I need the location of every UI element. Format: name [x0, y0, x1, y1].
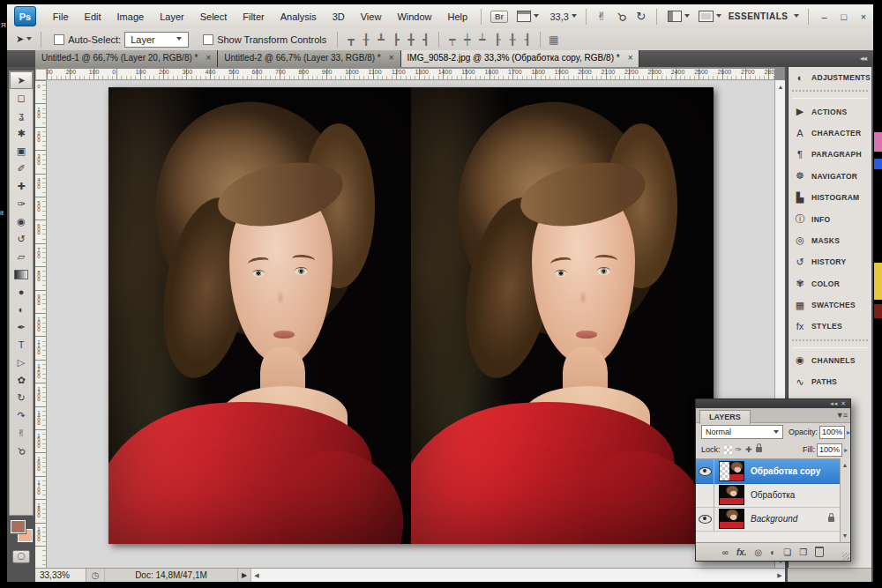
- foreground-color-swatch[interactable]: [11, 520, 26, 533]
- align-bottom-edges-icon[interactable]: ┻: [373, 33, 388, 47]
- visibility-toggle[interactable]: [696, 483, 714, 507]
- eyedropper-tool[interactable]: ✐: [10, 160, 33, 177]
- menu-select[interactable]: Select: [192, 5, 235, 28]
- quick-mask-button[interactable]: ◯: [12, 550, 30, 563]
- scroll-down-icon[interactable]: ▼: [841, 529, 849, 542]
- auto-align-layers-icon[interactable]: ▦: [546, 33, 561, 47]
- menu-file[interactable]: File: [45, 5, 77, 28]
- menu-image[interactable]: Image: [109, 5, 153, 28]
- fill-spinner-icon[interactable]: ▸: [844, 446, 848, 454]
- workspace-switcher[interactable]: ESSENTIALS: [729, 11, 789, 21]
- auto-select-dropdown[interactable]: Layer: [124, 32, 189, 48]
- screen-mode-icon[interactable]: [699, 11, 713, 22]
- dock-panel-actions[interactable]: ▶ACTIONS: [789, 100, 871, 122]
- zoom-tool[interactable]: ⚲: [10, 442, 33, 459]
- align-vertical-centers-icon[interactable]: ╂: [358, 33, 373, 47]
- opacity-value[interactable]: 100%: [819, 426, 845, 439]
- 3d-orbit-tool[interactable]: ↷: [10, 406, 33, 424]
- menu-analysis[interactable]: Analysis: [273, 5, 325, 28]
- dock-panel-character[interactable]: ACHARACTER: [789, 123, 871, 144]
- chevron-down-icon[interactable]: [26, 37, 32, 41]
- layer-thumbnail[interactable]: [719, 509, 744, 529]
- layers-tab[interactable]: LAYERS: [699, 410, 751, 424]
- canvas-image[interactable]: [108, 87, 714, 544]
- custom-shape-tool[interactable]: ✿: [10, 371, 33, 389]
- resize-grip[interactable]: [842, 553, 849, 560]
- dock-panel-channels[interactable]: ◉CHANNELS: [789, 350, 871, 371]
- lock-position-icon[interactable]: ✚: [745, 445, 752, 454]
- dock-panel-histogram[interactable]: ▙HISTOGRAM: [789, 187, 871, 208]
- status-options-arrow[interactable]: ▶: [238, 569, 251, 582]
- layers-panel-titlebar[interactable]: ◂◂ ✕: [696, 399, 850, 408]
- close-tab-icon[interactable]: ×: [206, 53, 211, 63]
- zoom-level-field[interactable]: 33,3: [549, 11, 568, 22]
- close-tab-icon[interactable]: ×: [389, 53, 394, 63]
- dock-panel-swatches[interactable]: ▦SWATCHES: [789, 294, 871, 316]
- view-extras-icon[interactable]: [517, 11, 531, 22]
- dock-panel-styles[interactable]: fxSTYLES: [789, 316, 871, 337]
- layer-row[interactable]: Обработка: [696, 483, 840, 508]
- launch-bridge-button[interactable]: Br: [490, 11, 508, 23]
- distribute-left-edges-icon[interactable]: ┠: [490, 33, 505, 47]
- zoom-percentage-field[interactable]: 33,33%: [35, 569, 86, 582]
- distribute-right-edges-icon[interactable]: ┨: [519, 33, 534, 47]
- fill-value[interactable]: 100%: [817, 443, 842, 457]
- dock-panel-paths[interactable]: ∿PATHS: [789, 371, 871, 392]
- distribute-vertical-centers-icon[interactable]: ┿: [460, 33, 475, 47]
- dock-panel-adjustments[interactable]: ◐ADJUSTMENTS: [789, 67, 871, 88]
- menu-filter[interactable]: Filter: [235, 5, 272, 28]
- document-tab[interactable]: Untitled-2 @ 66,7% (Layer 33, RGB/8) *×: [218, 50, 400, 67]
- arrange-documents-icon[interactable]: [668, 11, 682, 22]
- horizontal-scrollbar[interactable]: ◀ ▶: [251, 569, 785, 582]
- menu-view[interactable]: View: [353, 5, 390, 28]
- dock-panel-paragraph[interactable]: ¶PARAGRAPH: [789, 144, 871, 165]
- healing-brush-tool[interactable]: ✚: [10, 177, 33, 195]
- clone-stamp-tool[interactable]: ◉: [10, 212, 33, 230]
- gradient-tool[interactable]: [10, 265, 33, 283]
- quick-selection-tool[interactable]: ✱: [10, 124, 33, 142]
- show-transform-checkbox[interactable]: [203, 34, 213, 45]
- opacity-spinner-icon[interactable]: ▸: [847, 428, 850, 436]
- minimize-button[interactable]: –: [817, 11, 831, 22]
- lock-all-icon[interactable]: [756, 447, 762, 452]
- new-group-icon[interactable]: ❏: [783, 547, 791, 557]
- scroll-left-icon[interactable]: ◀: [251, 569, 262, 582]
- dodge-tool[interactable]: ◐: [10, 301, 33, 318]
- align-left-edges-icon[interactable]: ┣: [388, 33, 403, 47]
- new-adjustment-layer-icon[interactable]: ◐: [770, 547, 775, 557]
- scroll-right-icon[interactable]: ▶: [774, 569, 785, 582]
- layer-row[interactable]: Background: [696, 507, 840, 532]
- collapse-dock-button[interactable]: ◂◂: [853, 50, 873, 67]
- blend-mode-dropdown[interactable]: Normal: [701, 425, 783, 439]
- menu-window[interactable]: Window: [389, 5, 439, 28]
- dock-panel-history[interactable]: ↺HISTORY: [789, 251, 871, 272]
- path-selection-tool[interactable]: ▷: [10, 354, 33, 371]
- distribute-horizontal-centers-icon[interactable]: ╂: [505, 33, 519, 47]
- zoom-tool-icon[interactable]: ⚲: [612, 7, 631, 26]
- hand-tool-icon[interactable]: ✌: [597, 8, 607, 26]
- hand-tool[interactable]: ✌: [10, 424, 33, 442]
- layers-scrollbar[interactable]: ▲ ▼: [840, 458, 850, 542]
- align-horizontal-centers-icon[interactable]: ╋: [403, 33, 418, 47]
- layer-thumbnail[interactable]: [719, 461, 744, 481]
- delete-layer-icon[interactable]: [815, 547, 824, 557]
- auto-select-checkbox[interactable]: [54, 34, 64, 45]
- blur-tool[interactable]: ●: [10, 283, 33, 301]
- link-layers-icon[interactable]: ∞: [722, 547, 729, 557]
- align-right-edges-icon[interactable]: ┫: [418, 33, 433, 47]
- distribute-top-edges-icon[interactable]: ┯: [445, 33, 460, 47]
- 3d-rotate-tool[interactable]: ↻: [10, 389, 33, 406]
- menu-3d[interactable]: 3D: [325, 5, 353, 28]
- dock-panel-masks[interactable]: ◎MASKS: [789, 230, 871, 251]
- align-top-edges-icon[interactable]: ┳: [343, 33, 358, 47]
- panel-menu-icon[interactable]: ▼≡: [836, 411, 847, 420]
- menu-help[interactable]: Help: [440, 5, 476, 28]
- add-layer-mask-icon[interactable]: ◎: [755, 547, 763, 557]
- distribute-bottom-edges-icon[interactable]: ┷: [475, 33, 490, 47]
- eraser-tool[interactable]: ▱: [10, 248, 33, 265]
- lock-pixels-icon[interactable]: ✑: [736, 445, 743, 454]
- close-button[interactable]: ×: [856, 11, 871, 22]
- brush-tool[interactable]: ✑: [10, 195, 33, 212]
- layer-row[interactable]: Обработка copy: [696, 459, 840, 484]
- document-tab-active[interactable]: IMG_9058-2.jpg @ 33,3% (Обработка copy, …: [401, 50, 640, 67]
